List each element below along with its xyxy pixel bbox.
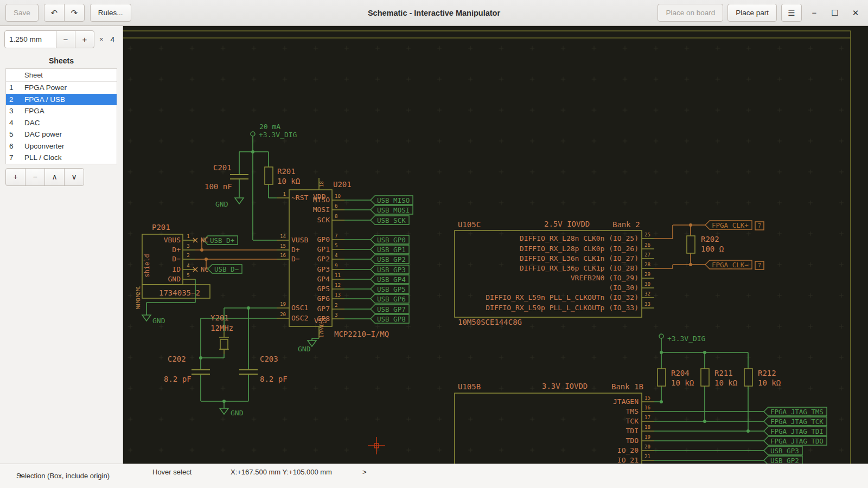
remove-sheet-button[interactable]: −	[25, 168, 45, 186]
schematic-label[interactable]: 30	[644, 281, 650, 287]
schematic-label[interactable]: 3.3V IOVDD	[542, 382, 588, 390]
schematic-label[interactable]: D−	[291, 255, 300, 263]
schematic-label[interactable]: GND	[168, 275, 181, 283]
schematic-label[interactable]: M3	[136, 298, 141, 303]
schematic-label[interactable]: 17	[644, 415, 650, 420]
net-flag-label[interactable]: FPGA_CLK−	[712, 261, 749, 269]
schematic-label[interactable]: GND	[215, 200, 228, 208]
schematic-label[interactable]: TDO	[626, 436, 639, 445]
junction-dot[interactable]	[689, 263, 692, 266]
sheet-row[interactable]: 6Upconverter	[6, 140, 117, 152]
schematic-label[interactable]: 8.2 pF	[260, 375, 288, 383]
schematic-label[interactable]: 16	[280, 253, 286, 258]
net-flag-label[interactable]: USB_GP3	[377, 266, 406, 274]
redo-button[interactable]: ↷	[64, 4, 85, 22]
schematic-label[interactable]: GP5	[317, 285, 330, 293]
schematic-label[interactable]: MOSI	[313, 206, 330, 214]
schematic-label[interactable]: 10 kΩ	[758, 378, 781, 387]
place-on-board-button[interactable]: Place on board	[658, 4, 723, 22]
net-flag-label[interactable]: FPGA_JTAG_TCK	[770, 418, 824, 426]
schematic-label[interactable]: +3.3V_DIG	[259, 131, 297, 139]
maximize-button[interactable]: ☐	[827, 5, 843, 21]
schematic-label[interactable]: 26	[644, 242, 650, 248]
schematic-label[interactable]: U201	[333, 180, 352, 189]
schematic-label[interactable]: 10 kΩ	[714, 378, 737, 387]
schematic-label[interactable]: Y201	[210, 313, 229, 322]
schematic-label[interactable]: 7	[758, 262, 761, 268]
schematic-label[interactable]: 3	[335, 312, 337, 318]
schematic-label[interactable]: C202	[168, 355, 186, 363]
net-flag-label[interactable]: USB_GP4	[377, 275, 406, 284]
schematic-label[interactable]: 6	[335, 203, 337, 209]
schematic-label[interactable]: DIFFIO_RX_L36p CLK1p (IO_28)	[520, 264, 639, 272]
junction-dot[interactable]	[200, 248, 203, 252]
schematic-label[interactable]: M2	[136, 292, 141, 297]
schematic-label[interactable]: 7	[335, 233, 337, 239]
schematic-label[interactable]: 12	[335, 282, 341, 288]
schematic-label[interactable]: 27	[644, 252, 650, 258]
schematic-label[interactable]: ID	[172, 265, 181, 273]
schematic-label[interactable]: U105C	[458, 220, 481, 229]
schematic-label[interactable]: 18	[644, 425, 650, 430]
schematic-label[interactable]: R211	[714, 369, 733, 377]
move-sheet-up-button[interactable]: ∧	[44, 168, 65, 186]
schematic-label[interactable]: VUSB	[291, 236, 308, 244]
net-flag-label[interactable]: FPGA_JTAG_TDO	[770, 437, 824, 445]
net-flag-label[interactable]: USB_D+	[210, 236, 234, 245]
schematic-label[interactable]: TMS	[626, 407, 639, 415]
schematic-label[interactable]: VBUS	[164, 236, 181, 244]
sheet-row[interactable]: 3FPGA	[6, 105, 117, 117]
schematic-label[interactable]: TDI	[626, 427, 639, 435]
schematic-label[interactable]: P201	[152, 223, 170, 232]
schematic-label[interactable]: M4	[136, 304, 141, 309]
schematic-label[interactable]: NC	[201, 236, 208, 244]
schematic-label[interactable]: GP7	[317, 305, 330, 313]
junction-dot[interactable]	[247, 306, 250, 310]
minimize-button[interactable]: −	[806, 5, 822, 21]
schematic-label[interactable]: 28	[644, 262, 650, 267]
schematic-label[interactable]: GP0	[317, 235, 330, 243]
schematic-label[interactable]: 8	[335, 214, 337, 219]
net-flag-label[interactable]: USB_SCK	[377, 216, 406, 224]
junction-dot[interactable]	[703, 351, 706, 354]
schematic-svg[interactable]: USB_MISOUSB_MOSIUSB_SCKUSB_GP0USB_GP1USB…	[123, 26, 868, 464]
schematic-label[interactable]: GND	[231, 409, 244, 417]
net-flag-label[interactable]: USB_GP0	[377, 236, 406, 244]
net-flag-label[interactable]: USB_GP3	[770, 447, 799, 455]
schematic-label[interactable]: OSC2	[291, 314, 308, 322]
schematic-label[interactable]: 15	[644, 395, 650, 401]
schematic-label[interactable]: IO_20	[617, 446, 639, 454]
schematic-label[interactable]: 20 mA	[259, 123, 280, 131]
schematic-label[interactable]: 4	[187, 263, 189, 268]
net-flag-label[interactable]: FPGA_JTAG_TDI	[770, 427, 824, 435]
schematic-label[interactable]: 32	[644, 291, 650, 297]
schematic-label[interactable]: 25	[644, 232, 650, 237]
schematic-label[interactable]: 19	[644, 434, 650, 440]
net-flag-label[interactable]: USB_D−	[214, 265, 239, 273]
schematic-label[interactable]: 1734035−2	[159, 288, 200, 297]
schematic-label[interactable]: 1	[283, 191, 286, 197]
schematic-label[interactable]: 20	[280, 312, 286, 317]
schematic-label[interactable]: D+	[172, 246, 181, 254]
junction-dot[interactable]	[660, 351, 663, 354]
schematic-label[interactable]: D+	[291, 246, 300, 254]
schematic-label[interactable]: 3	[187, 243, 189, 249]
schematic-label[interactable]: Bank 1B	[611, 382, 643, 391]
schematic-label[interactable]: OSC1	[291, 304, 308, 312]
grid-multiplier-value[interactable]: 4	[111, 35, 115, 44]
schematic-label[interactable]: U105B	[458, 382, 481, 391]
net-flag-label[interactable]: USB_MOSI	[377, 206, 410, 214]
schematic-label[interactable]: JTAGEN	[613, 397, 639, 406]
schematic-label[interactable]: 100 nF	[205, 182, 232, 191]
schematic-label[interactable]: 15	[280, 243, 286, 249]
move-sheet-down-button[interactable]: ∨	[64, 168, 84, 186]
grid-spacing-input[interactable]	[4, 30, 56, 48]
save-button[interactable]: Save	[5, 4, 39, 22]
schematic-label[interactable]: Bank 2	[612, 220, 640, 229]
schematic-label[interactable]: DIFFIO_RX_L28p CLK0p (IO_26)	[520, 245, 639, 253]
schematic-label[interactable]: shield	[143, 254, 151, 277]
schematic-label[interactable]: NC	[201, 266, 208, 273]
schematic-label[interactable]: 10	[335, 194, 341, 199]
schematic-label[interactable]: GP3	[317, 265, 330, 273]
schematic-label[interactable]: M1	[136, 286, 141, 291]
